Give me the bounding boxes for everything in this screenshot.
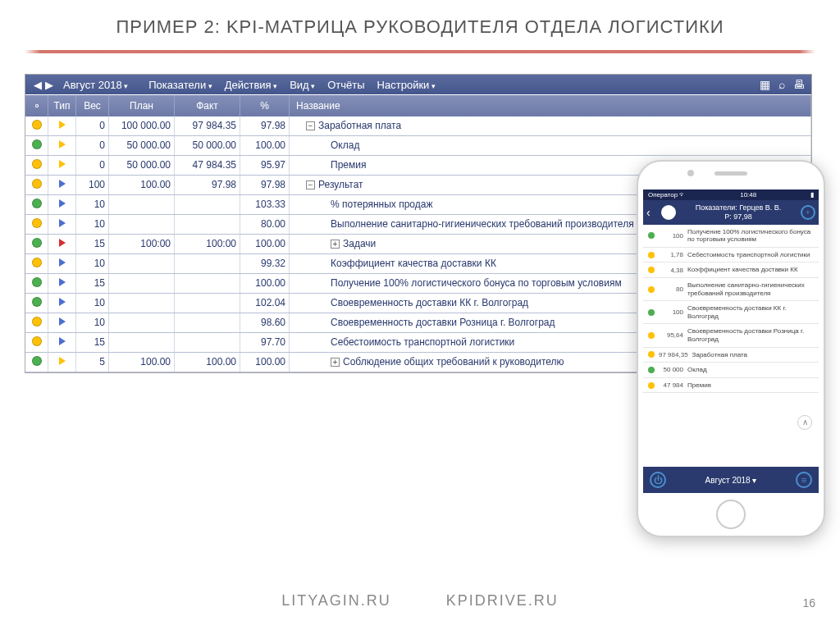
page-number: 16 [802,596,815,609]
back-button[interactable]: ‹ [646,206,661,219]
menu-view[interactable]: Вид [290,79,315,91]
item-name: Своевременность доставки КК г. Волгоград [687,304,814,320]
site-1: LITYAGIN.RU [281,592,391,609]
print-icon[interactable]: 🖶 [793,78,805,91]
phone-power-button[interactable]: ⏻ [650,472,666,488]
cell-plan [109,254,175,273]
status-dot [32,317,42,326]
item-value: 95,64 [659,331,683,339]
expand-icon[interactable]: + [331,358,340,367]
cell-pct: 98.60 [240,313,290,332]
table-row[interactable]: 050 000.0050 000.00100.00Оклад [25,136,811,156]
item-name: Выполнение санитарно-гигиенических требо… [687,281,814,297]
item-name: Заработная плата [692,351,814,359]
slide-title: ПРИМЕР 2: KPI-МАТРИЦА РУКОВОДИТЕЛЯ ОТДЕЛ… [25,16,815,38]
search-icon[interactable]: ⌕ [778,78,785,91]
item-value: 47 984 [659,381,683,389]
cell-weight: 15 [76,235,109,253]
cell-plan [109,215,175,234]
status-dot [648,286,655,293]
phone-list-item[interactable]: 47 984Премия [643,378,819,394]
item-value: 100 [659,308,683,316]
cell-plan [109,294,175,313]
col-weight: Вес [76,95,109,116]
cell-fact [175,313,240,332]
item-value: 1,78 [659,251,683,258]
status-dot [648,232,655,239]
cell-pct: 100.00 [240,136,290,155]
phone-list-item[interactable]: 97 984,35Заработная плата [643,348,819,363]
type-icon [59,199,66,208]
phone-list-item[interactable]: 4,38Коэффициент качества доставки КК [643,262,819,278]
phone-statusbar: Оператор ᯤ 10:48 ▮ [643,189,819,200]
scroll-up-button[interactable]: ∧ [797,415,812,430]
expand-icon[interactable]: − [306,121,315,130]
cell-fact: 97.98 [175,176,240,194]
cell-pct: 102.04 [240,294,290,313]
add-button[interactable]: + [801,205,815,220]
cell-pct: 99.32 [240,254,290,273]
phone-list-item[interactable]: 50 000Оклад [643,363,819,378]
status-dot [32,179,42,189]
cell-plan [109,274,175,293]
table-row[interactable]: 0100 000.0097 984.3597.98−Заработная пла… [25,116,811,136]
cell-weight: 15 [76,333,109,352]
item-value: 100 [659,232,683,240]
status-dot [32,199,42,208]
cell-plan: 100.00 [109,176,175,194]
menu-reports[interactable]: Отчёты [327,79,364,91]
phone-mockup: Оператор ᯤ 10:48 ▮ ‹ Показатели: Герцев … [637,160,825,537]
item-name: Получение 100% логистического бонуса по … [687,228,814,244]
cell-plan [109,195,175,214]
expand-icon[interactable]: − [306,180,315,189]
prev-button[interactable]: ◀ [32,79,43,91]
phone-header: ‹ Показатели: Герцев В. В.Р: 97,98 + [643,200,819,225]
cell-weight: 0 [76,136,109,155]
status-dot [648,367,655,373]
cell-fact: 97 984.35 [175,116,240,135]
status-dot [648,351,655,358]
cell-fact [175,294,240,313]
cell-weight: 5 [76,353,109,372]
col-plan: План [109,95,175,116]
grid-icon[interactable]: ▦ [760,78,770,91]
cell-plan [109,333,175,352]
menu-indicators[interactable]: Показатели [148,79,212,91]
status-dot [32,159,42,169]
expand-icon[interactable]: + [331,240,340,249]
cell-weight: 100 [76,176,109,194]
phone-list-item[interactable]: 1,78Себестоимость транспортной логистики [643,248,819,263]
phone-list-item[interactable]: 100Своевременность доставки КК г. Волгог… [643,301,819,324]
phone-list-item[interactable]: 80Выполнение санитарно-гигиенических тре… [643,278,819,301]
cell-name[interactable]: Оклад [290,136,811,155]
phone-period[interactable]: Август 2018 ▾ [705,476,757,485]
period-selector[interactable]: Август 2018 [63,79,128,91]
next-button[interactable]: ▶ [43,79,55,91]
menu-settings[interactable]: Настройки [377,79,436,91]
type-icon [59,258,66,267]
phone-list-item[interactable]: 100Получение 100% логистического бонуса … [643,225,819,248]
status-dot [32,258,42,267]
cell-pct: 103.33 [240,195,290,214]
phone-menu-button[interactable]: ≡ [796,472,812,488]
cell-weight: 10 [76,215,109,234]
cell-pct: 95.97 [240,156,290,175]
cell-weight: 0 [76,116,109,135]
type-icon [59,239,66,247]
type-icon [59,278,66,286]
cell-weight: 10 [76,195,109,214]
avatar[interactable] [661,205,676,220]
item-name: Оклад [687,366,814,374]
cell-name[interactable]: −Заработная плата [290,116,811,135]
cell-pct: 100.00 [240,235,290,253]
phone-time: 10:48 [740,191,756,199]
status-dot [32,238,42,248]
home-button[interactable] [716,500,746,529]
status-dot [648,267,655,273]
item-name: Премия [687,381,814,390]
menu-actions[interactable]: Действия [225,79,277,91]
col-type: Тип [48,95,76,116]
cell-fact: 100.00 [175,353,240,372]
toolbar: ◀ ▶ Август 2018 Показатели Действия Вид … [25,75,811,94]
phone-list-item[interactable]: 95,64Своевременность доставки Розница г.… [643,324,819,347]
